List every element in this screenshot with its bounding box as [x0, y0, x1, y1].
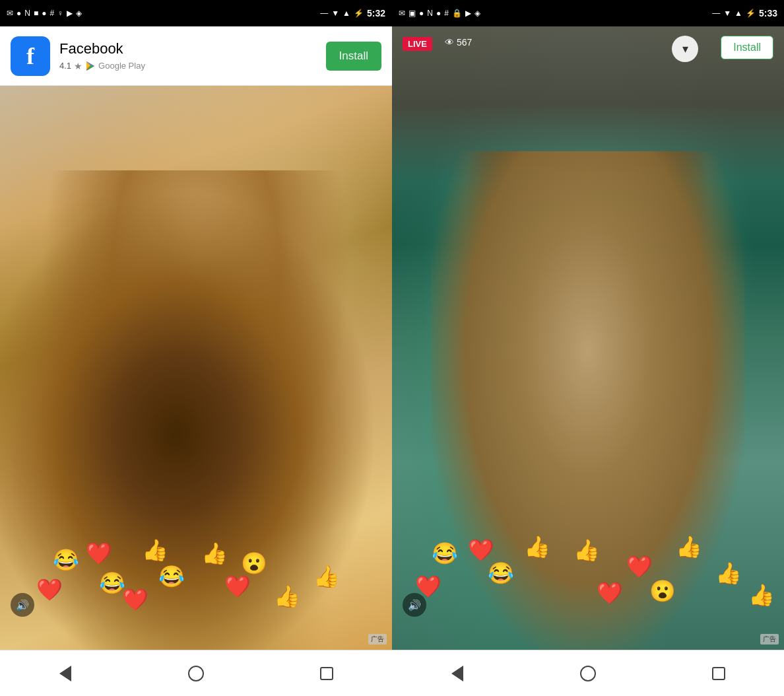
status-icons-right: — ▼ ▲ ⚡ 5:32 [320, 8, 385, 18]
eye-icon: 👁 [445, 37, 454, 48]
install-button-left[interactable]: Install [326, 42, 381, 71]
home-icon-left [188, 666, 204, 681]
google-play-label: Google Play [98, 61, 145, 71]
hash-icon-r: # [444, 9, 449, 18]
n-icon: N [24, 9, 30, 18]
back-icon-left [59, 666, 71, 681]
user-icon: ♀ [57, 9, 63, 18]
circle-icon: ● [16, 9, 21, 18]
status-bar-left: ✉ ● N ■ ● # ♀ ▶ ◈ — ▼ ▲ ⚡ 5:32 [0, 0, 392, 26]
mail-icon-r: ✉ [399, 9, 405, 18]
battery-icon: ⚡ [354, 9, 364, 18]
app-rating: 4.1 ★ Google Play [59, 61, 317, 71]
circle-icon-r: ● [419, 9, 424, 18]
back-button-left[interactable] [52, 660, 79, 687]
status-bar-right: ✉ ▣ ● N ● # 🔒 ▶ ◈ — ▼ ▲ ⚡ 5:33 [392, 0, 784, 26]
person-silhouette-right [431, 151, 744, 650]
video-area-left: 🔊 😂 ❤️ 👍 ❤️ 😂 😂 ❤️ 👍 😮 ❤️ 👍 👍 广告 [0, 86, 392, 650]
dash-icon: — [320, 9, 328, 18]
sound-icon-left[interactable]: 🔊 [11, 593, 34, 617]
circle2-icon-r: ● [436, 9, 441, 18]
hash-icon: # [49, 9, 54, 18]
person-silhouette-left [0, 170, 392, 650]
back-icon-right [451, 666, 463, 681]
video-background-right [392, 26, 784, 650]
app-name: Facebook [59, 40, 317, 57]
square-icon: ■ [34, 9, 38, 18]
sound-icon-right[interactable]: 🔊 [403, 593, 426, 617]
status-icons-right-left: ✉ ▣ ● N ● # 🔒 ▶ ◈ [399, 9, 480, 18]
star-icon: ★ [74, 61, 82, 71]
data-icon: ▲ [343, 9, 350, 18]
recent-icon-right [712, 667, 725, 680]
viewer-count: 👁 567 [445, 37, 472, 48]
recent-button-right[interactable] [705, 660, 732, 687]
n-icon-r: N [427, 9, 433, 18]
video-area-right: LIVE 👁 567 Install 🔊 😂 ❤️ 👍 ❤️ 😂 👍 ❤️ 👍 … [392, 26, 784, 650]
nav-bar-right [392, 650, 784, 696]
wifi-icon: ▼ [331, 9, 339, 18]
back-button-right[interactable] [444, 660, 471, 687]
data-icon-r: ▲ [735, 9, 742, 18]
video-background-left [0, 86, 392, 650]
ad-banner-left: f Facebook 4.1 ★ Google Play Install [0, 26, 392, 86]
viewer-number: 567 [457, 37, 472, 48]
chevron-down-button[interactable] [672, 36, 698, 62]
mail-icon: ✉ [7, 9, 13, 18]
right-phone: ✉ ▣ ● N ● # 🔒 ▶ ◈ — ▼ ▲ ⚡ 5:33 LIVE 👁 [392, 0, 784, 696]
install-button-right[interactable]: Install [721, 36, 773, 59]
battery-icon-r: ⚡ [746, 9, 756, 18]
status-icons-left: ✉ ● N ■ ● # ♀ ▶ ◈ [7, 9, 82, 18]
play-icon-r: ▶ [465, 9, 471, 18]
recent-icon-left [320, 667, 333, 680]
circle2-icon: ● [42, 9, 46, 18]
ad-label-left: 广告 [368, 634, 387, 644]
status-icons-right-right: — ▼ ▲ ⚡ 5:33 [712, 8, 777, 18]
img-icon-r: ▣ [408, 9, 416, 18]
play-icon: ▶ [67, 9, 73, 18]
live-badge: LIVE [403, 37, 432, 51]
dash-icon-r: — [712, 9, 720, 18]
ad-label-right: 广告 [760, 634, 779, 644]
left-phone: ✉ ● N ■ ● # ♀ ▶ ◈ — ▼ ▲ ⚡ 5:32 f Faceboo… [0, 0, 392, 696]
rating-value: 4.1 [59, 61, 71, 71]
wifi-icon-r: ▼ [723, 9, 731, 18]
home-button-left[interactable] [183, 660, 209, 687]
facebook-icon: f [11, 36, 50, 76]
nav-bar-left [0, 650, 392, 696]
signal-icon-r: ◈ [474, 9, 480, 18]
status-time-left: 5:32 [367, 8, 385, 18]
signal-icon: ◈ [76, 9, 82, 18]
google-play-icon [85, 61, 96, 71]
app-info: Facebook 4.1 ★ Google Play [59, 40, 317, 71]
home-icon-right [580, 666, 596, 681]
recent-button-left[interactable] [313, 660, 340, 687]
status-time-right: 5:33 [759, 8, 777, 18]
home-button-right[interactable] [575, 660, 601, 687]
lock-icon-r: 🔒 [452, 9, 462, 18]
